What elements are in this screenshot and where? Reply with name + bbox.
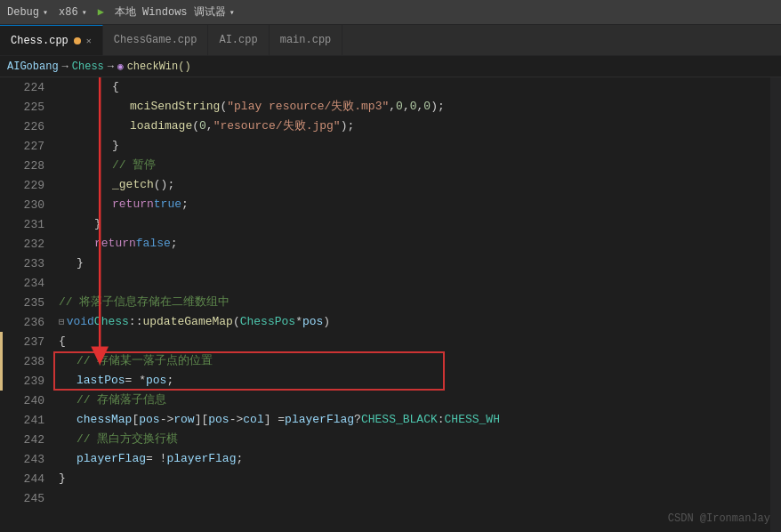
breadcrumb-arrow1: →: [62, 60, 68, 73]
code-line: // 存储某一落子点的位置: [52, 351, 770, 371]
tab-chess-cpp[interactable]: Chess.cpp ✕: [0, 25, 103, 55]
code-line: // 暂停: [52, 156, 770, 175]
toolbar-debug[interactable]: Debug ▾: [7, 6, 48, 19]
tab-chessgame-cpp[interactable]: ChessGame.cpp: [103, 25, 209, 55]
tab-label: Chess.cpp: [11, 35, 68, 47]
toolbar: Debug ▾ x86 ▾ ▶ 本地 Windows 调试器 ▾: [0, 0, 781, 25]
tab-ai-cpp[interactable]: AI.cpp: [208, 25, 269, 55]
breadcrumb-func: checkWin(): [127, 60, 191, 73]
code-line: }: [52, 254, 770, 273]
code-line: // 黑白方交换行棋: [52, 430, 770, 449]
line-number: 227: [0, 136, 52, 156]
tab-label: ChessGame.cpp: [114, 34, 197, 46]
code-line: }: [52, 469, 770, 488]
breadcrumb-scope: AIGobang: [7, 60, 59, 73]
breadcrumb: AIGobang → Chess → ◉ checkWin(): [0, 56, 781, 77]
line-number: 238: [0, 351, 52, 371]
toolbar-local-debugger[interactable]: 本地 Windows 调试器 ▾: [115, 4, 235, 20]
line-number: 236: [0, 312, 52, 332]
code-line: ⊟void Chess::updateGameMap(ChessPos * po…: [52, 312, 770, 332]
line-number: 244: [0, 469, 52, 488]
scrollbar[interactable]: [770, 77, 781, 532]
code-line: playerFlag = !playerFlag;: [52, 449, 770, 469]
line-number: 243: [0, 449, 52, 469]
line-number: 226: [0, 117, 52, 136]
modified-indicator: [74, 37, 81, 44]
line-number: 235: [0, 293, 52, 312]
code-line: {: [52, 77, 770, 97]
line-number: 233: [0, 254, 52, 273]
tab-label: AI.cpp: [219, 34, 257, 46]
line-number: 245: [0, 488, 52, 508]
code-line: chessMap[pos->row][pos->col] = playerFla…: [52, 410, 770, 430]
code-line: }: [52, 136, 770, 156]
close-icon[interactable]: ✕: [86, 36, 92, 46]
breadcrumb-class: Chess: [72, 60, 104, 73]
collapse-icon[interactable]: ⊟: [59, 312, 65, 332]
code-line: loadimage(0, "resource/失败.jpg");: [52, 117, 770, 136]
code-line: // 存储落子信息: [52, 391, 770, 410]
line-number: 231: [0, 214, 52, 234]
line-number: 228: [0, 156, 52, 175]
watermark: CSDN @IronmanJay: [668, 512, 770, 525]
line-number: 237: [0, 332, 52, 351]
line-number: 240: [0, 391, 52, 410]
code-line: {: [52, 332, 770, 351]
code-line: }: [52, 214, 770, 234]
line-number: 230: [0, 195, 52, 214]
line-number: 225: [0, 97, 52, 117]
code-line: [52, 273, 770, 293]
line-number: 239: [0, 371, 52, 391]
code-line: // 将落子信息存储在二维数组中: [52, 293, 770, 312]
content-area: 2242252262272282292302312322332342352362…: [0, 77, 781, 532]
line-number: 234: [0, 273, 52, 293]
line-gutter: 2242252262272282292302312322332342352362…: [0, 77, 52, 532]
line-number: 241: [0, 410, 52, 430]
code-line: return true;: [52, 195, 770, 214]
line-number: 224: [0, 77, 52, 97]
code-line: lastPos = *pos;: [52, 371, 770, 391]
line-number: 242: [0, 430, 52, 449]
tab-bar: Chess.cpp ✕ ChessGame.cpp AI.cpp main.cp…: [0, 25, 781, 56]
tab-label: main.cpp: [280, 34, 332, 46]
breadcrumb-arrow2: →: [108, 60, 114, 73]
line-number: 232: [0, 234, 52, 254]
line-number: 229: [0, 175, 52, 195]
tab-main-cpp[interactable]: main.cpp: [270, 25, 343, 55]
toolbar-arch[interactable]: x86 ▾: [59, 6, 87, 19]
code-line: _getch();: [52, 175, 770, 195]
code-line: return false;: [52, 234, 770, 254]
code-line: [52, 488, 770, 508]
code-line: mciSendString("play resource/失败.mp3", 0,…: [52, 97, 770, 117]
breadcrumb-func-icon: ◉: [117, 60, 124, 72]
code-editor[interactable]: {mciSendString("play resource/失败.mp3", 0…: [52, 77, 770, 532]
toolbar-run[interactable]: ▶: [98, 5, 104, 19]
